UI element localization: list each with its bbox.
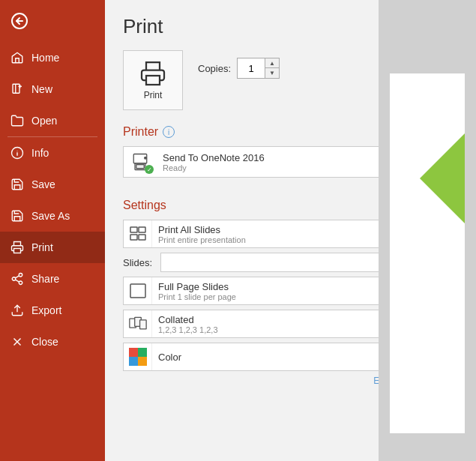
info-menu-icon bbox=[10, 146, 24, 160]
share-icon bbox=[10, 272, 24, 286]
sidebar-item-info[interactable]: Info bbox=[0, 137, 105, 169]
svg-rect-2 bbox=[13, 84, 19, 93]
sidebar-item-save-as-label: Save As bbox=[31, 210, 70, 222]
export-icon bbox=[10, 304, 24, 317]
copies-spinner: ▲ ▼ bbox=[237, 58, 280, 79]
svg-point-12 bbox=[19, 281, 22, 285]
print-what-icon-area bbox=[124, 220, 152, 247]
sidebar-item-print-label: Print bbox=[31, 241, 53, 253]
preview-panel bbox=[379, 0, 476, 461]
save-as-icon bbox=[10, 209, 24, 223]
new-icon bbox=[10, 82, 24, 96]
svg-line-14 bbox=[15, 276, 19, 278]
svg-marker-31 bbox=[420, 133, 465, 223]
print-button[interactable]: Print bbox=[123, 50, 183, 110]
svg-rect-9 bbox=[14, 249, 21, 253]
preview-page bbox=[390, 73, 465, 433]
sidebar-item-export-label: Export bbox=[31, 304, 61, 316]
svg-rect-26 bbox=[139, 235, 145, 240]
sidebar-item-share[interactable]: Share bbox=[0, 263, 105, 295]
sidebar-item-export[interactable]: Export bbox=[0, 295, 105, 326]
layout-icon bbox=[129, 282, 147, 300]
print-button-label: Print bbox=[144, 90, 163, 100]
collation-icon bbox=[129, 315, 147, 333]
layout-icon-area bbox=[124, 277, 152, 304]
sidebar-item-save[interactable]: Save bbox=[0, 169, 105, 200]
sidebar-item-save-label: Save bbox=[31, 178, 55, 190]
printer-info-icon[interactable]: i bbox=[163, 126, 175, 138]
copies-input[interactable] bbox=[238, 58, 265, 78]
sidebar-item-close-label: Close bbox=[31, 336, 58, 348]
svg-rect-24 bbox=[139, 227, 145, 232]
sidebar-item-new-label: New bbox=[31, 83, 52, 95]
back-button[interactable] bbox=[0, 0, 105, 42]
svg-point-22 bbox=[145, 157, 147, 159]
printer-icon-area: ✓ bbox=[124, 147, 157, 177]
sidebar-item-open-label: Open bbox=[31, 115, 57, 127]
sidebar-item-new[interactable]: New bbox=[0, 73, 105, 105]
color-icon bbox=[129, 348, 147, 366]
copies-label: Copies: bbox=[198, 63, 231, 74]
slides-label: Slides: bbox=[123, 257, 154, 268]
print-menu-icon bbox=[10, 241, 24, 254]
sidebar-item-share-label: Share bbox=[31, 273, 59, 285]
collation-icon-area bbox=[124, 310, 152, 337]
copies-arrows: ▲ ▼ bbox=[265, 58, 279, 78]
svg-rect-25 bbox=[130, 235, 137, 240]
sidebar: Home New Open Info Save bbox=[0, 0, 105, 461]
printer-status-check: ✓ bbox=[145, 165, 154, 174]
home-icon bbox=[10, 51, 24, 64]
sidebar-item-home[interactable]: Home bbox=[0, 42, 105, 73]
sidebar-item-info-label: Info bbox=[31, 147, 49, 159]
sidebar-item-open[interactable]: Open bbox=[0, 105, 105, 136]
svg-rect-30 bbox=[139, 320, 146, 329]
svg-rect-27 bbox=[130, 284, 145, 298]
copies-area: Copies: ▲ ▼ bbox=[198, 58, 280, 79]
sidebar-item-home-label: Home bbox=[31, 52, 59, 64]
svg-rect-18 bbox=[146, 76, 160, 85]
svg-point-11 bbox=[12, 277, 16, 281]
svg-rect-21 bbox=[136, 165, 145, 169]
sidebar-item-print[interactable]: Print bbox=[0, 232, 105, 263]
svg-line-13 bbox=[15, 280, 19, 282]
color-icon-area bbox=[124, 343, 152, 370]
copies-decrement[interactable]: ▼ bbox=[265, 68, 279, 78]
print-button-icon bbox=[139, 60, 166, 87]
svg-rect-23 bbox=[130, 227, 137, 232]
svg-point-10 bbox=[19, 274, 22, 277]
preview-content bbox=[390, 88, 465, 313]
save-icon bbox=[10, 178, 24, 191]
sidebar-item-close[interactable]: Close bbox=[0, 326, 105, 358]
open-icon bbox=[10, 114, 24, 127]
copies-increment[interactable]: ▲ bbox=[265, 58, 279, 68]
sidebar-item-save-as[interactable]: Save As bbox=[0, 200, 105, 232]
close-menu-icon bbox=[10, 335, 24, 349]
print-what-icon bbox=[129, 225, 147, 243]
